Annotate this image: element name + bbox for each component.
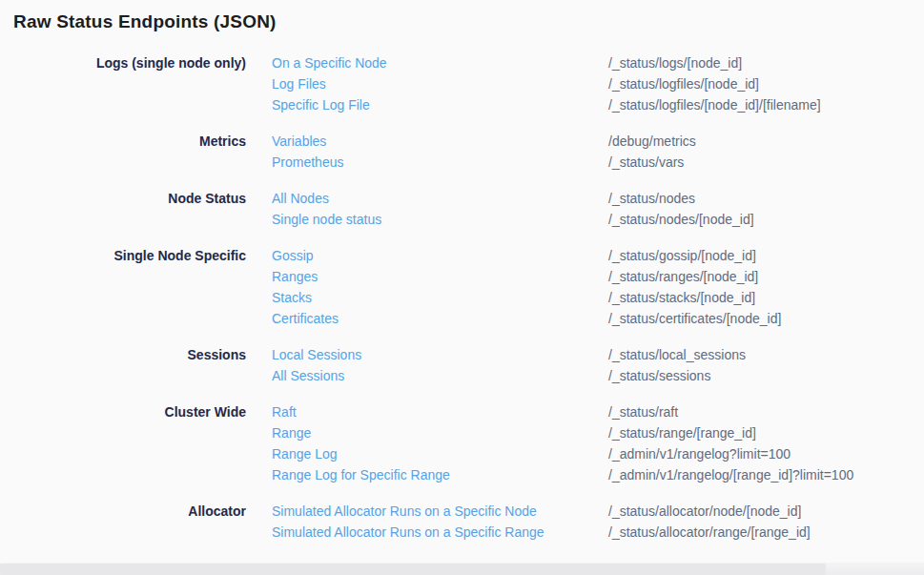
endpoint-row: Ranges/_status/ranges/[node_id]	[272, 266, 781, 287]
endpoint-path: /_status/vars	[608, 152, 684, 173]
endpoint-row: Stacks/_status/stacks/[node_id]	[272, 287, 781, 308]
endpoint-row: Simulated Allocator Runs on a Specific R…	[272, 522, 811, 543]
endpoint-path: /_status/nodes	[608, 188, 695, 209]
endpoint-path: /_status/local_sessions	[608, 344, 746, 365]
endpoint-link[interactable]: All Sessions	[272, 365, 608, 386]
endpoint-link[interactable]: Simulated Allocator Runs on a Specific R…	[272, 522, 608, 543]
endpoint-row: Range/_status/range/[range_id]	[272, 422, 853, 443]
endpoint-row: Variables/debug/metrics	[272, 131, 696, 152]
endpoint-link[interactable]: Gossip	[272, 245, 608, 266]
endpoint-link[interactable]: Certificates	[272, 308, 608, 329]
endpoint-rows: Raft/_status/raftRange/_status/range/[ra…	[272, 401, 853, 485]
endpoint-path: /_status/range/[range_id]	[608, 422, 756, 443]
endpoint-section: AllocatorSimulated Allocator Runs on a S…	[0, 501, 924, 543]
endpoint-link[interactable]: Range Log	[272, 443, 608, 464]
endpoint-path: /_admin/v1/rangelog/[range_id]?limit=100	[608, 464, 853, 485]
endpoint-row: Log Files/_status/logfiles/[node_id]	[272, 73, 821, 94]
endpoint-row: On a Specific Node/_status/logs/[node_id…	[272, 52, 821, 73]
endpoint-link[interactable]: Local Sessions	[272, 344, 608, 365]
category-label: Sessions	[0, 344, 246, 365]
horizontal-scrollbar-thumb[interactable]	[0, 564, 826, 575]
endpoint-rows: Simulated Allocator Runs on a Specific N…	[272, 501, 811, 543]
endpoint-rows: Variables/debug/metricsPrometheus/_statu…	[272, 131, 696, 173]
endpoint-row: Range Log for Specific Range/_admin/v1/r…	[272, 464, 853, 485]
endpoint-row: Certificates/_status/certificates/[node_…	[272, 308, 781, 329]
endpoint-path: /_status/sessions	[608, 365, 710, 386]
endpoint-path: /_status/ranges/[node_id]	[608, 266, 758, 287]
endpoint-path: /_status/logs/[node_id]	[608, 52, 742, 73]
endpoint-link[interactable]: Variables	[272, 131, 608, 152]
category-label: Metrics	[0, 131, 246, 152]
endpoint-path: /_status/nodes/[node_id]	[608, 209, 754, 230]
endpoint-link[interactable]: Log Files	[272, 73, 608, 94]
endpoint-link[interactable]: Specific Log File	[272, 94, 608, 115]
endpoint-link[interactable]: Prometheus	[272, 152, 608, 173]
endpoint-section: Node StatusAll Nodes/_status/nodesSingle…	[0, 188, 924, 230]
page-title: Raw Status Endpoints (JSON)	[13, 11, 277, 32]
endpoint-link[interactable]: Stacks	[272, 287, 608, 308]
endpoint-rows: Local Sessions/_status/local_sessionsAll…	[272, 344, 746, 386]
endpoint-path: /_status/allocator/range/[range_id]	[608, 522, 811, 543]
endpoint-row: Gossip/_status/gossip/[node_id]	[272, 245, 781, 266]
endpoint-row: Raft/_status/raft	[272, 401, 853, 422]
endpoint-row: Range Log/_admin/v1/rangelog?limit=100	[272, 443, 853, 464]
endpoint-row: All Sessions/_status/sessions	[272, 365, 746, 386]
endpoint-row: Simulated Allocator Runs on a Specific N…	[272, 501, 811, 522]
endpoint-path: /_status/gossip/[node_id]	[608, 245, 756, 266]
endpoint-link[interactable]: Range	[272, 422, 608, 443]
endpoint-path: /_status/logfiles/[node_id]/[filename]	[608, 94, 821, 115]
endpoint-rows: On a Specific Node/_status/logs/[node_id…	[272, 52, 821, 115]
category-label: Allocator	[0, 501, 246, 522]
endpoint-path: /_status/raft	[608, 401, 678, 422]
endpoint-link[interactable]: Range Log for Specific Range	[272, 464, 608, 485]
endpoint-path: /_status/logfiles/[node_id]	[608, 73, 759, 94]
endpoint-path: /debug/metrics	[608, 131, 696, 152]
endpoint-path: /_admin/v1/rangelog?limit=100	[608, 443, 791, 464]
endpoint-row: Single node status/_status/nodes/[node_i…	[272, 209, 754, 230]
raw-status-endpoints-page: Raw Status Endpoints (JSON) Logs (single…	[0, 0, 924, 575]
endpoint-link[interactable]: Simulated Allocator Runs on a Specific N…	[272, 501, 608, 522]
category-label: Node Status	[0, 188, 246, 209]
endpoint-section: Cluster WideRaft/_status/raftRange/_stat…	[0, 401, 924, 485]
endpoint-path: /_status/allocator/node/[node_id]	[608, 501, 801, 522]
endpoint-row: All Nodes/_status/nodes	[272, 188, 754, 209]
category-label: Single Node Specific	[0, 245, 246, 266]
category-label: Cluster Wide	[0, 401, 246, 422]
endpoint-path: /_status/certificates/[node_id]	[608, 308, 781, 329]
endpoint-section: SessionsLocal Sessions/_status/local_ses…	[0, 344, 924, 386]
endpoint-link[interactable]: On a Specific Node	[272, 52, 608, 73]
endpoint-rows: Gossip/_status/gossip/[node_id]Ranges/_s…	[272, 245, 781, 329]
endpoint-link[interactable]: Raft	[272, 401, 608, 422]
endpoint-link[interactable]: Ranges	[272, 266, 608, 287]
horizontal-scrollbar[interactable]	[0, 563, 924, 575]
endpoint-rows: All Nodes/_status/nodesSingle node statu…	[272, 188, 754, 230]
endpoint-section: Single Node SpecificGossip/_status/gossi…	[0, 245, 924, 329]
category-label: Logs (single node only)	[0, 52, 246, 73]
endpoint-link[interactable]: Single node status	[272, 209, 608, 230]
endpoint-link[interactable]: All Nodes	[272, 188, 608, 209]
endpoint-section: MetricsVariables/debug/metricsPrometheus…	[0, 131, 924, 173]
endpoint-row: Local Sessions/_status/local_sessions	[272, 344, 746, 365]
endpoints-list: Logs (single node only)On a Specific Nod…	[0, 52, 924, 558]
endpoint-section: Logs (single node only)On a Specific Nod…	[0, 52, 924, 115]
endpoint-row: Specific Log File/_status/logfiles/[node…	[272, 94, 821, 115]
endpoint-path: /_status/stacks/[node_id]	[608, 287, 755, 308]
endpoint-row: Prometheus/_status/vars	[272, 152, 696, 173]
